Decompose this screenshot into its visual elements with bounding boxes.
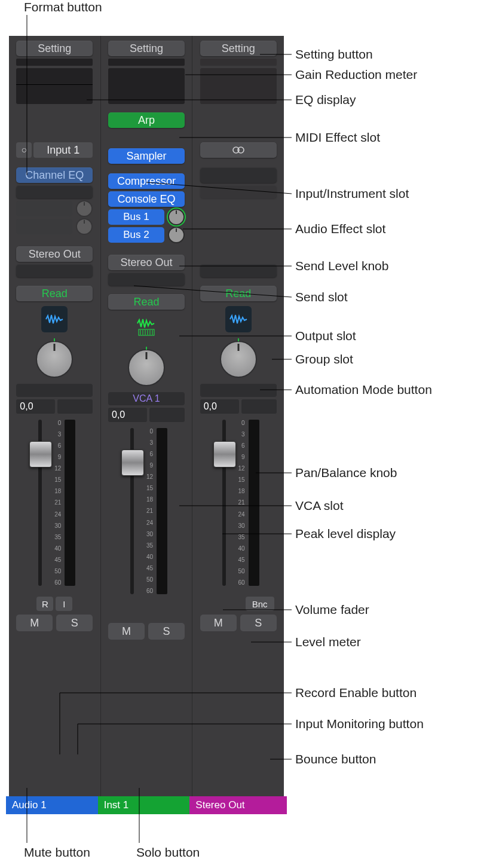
send-level-knob[interactable] (76, 200, 93, 217)
track-type-icon (133, 314, 160, 341)
callout-setting: Setting button (295, 47, 373, 62)
audio-effect-slot[interactable]: Console EQ (108, 191, 185, 207)
volume-fader[interactable] (38, 420, 42, 586)
pan-knob[interactable] (220, 341, 257, 378)
callout-afx: Audio Effect slot (295, 222, 385, 236)
send-level-knob[interactable] (168, 227, 185, 243)
volume-fader[interactable] (130, 428, 134, 594)
vca-slot[interactable] (16, 384, 93, 397)
callout-sendslot: Send slot (295, 290, 348, 304)
automation-mode-button[interactable]: Read (200, 286, 277, 301)
track-type-icon (41, 306, 68, 332)
eq-display[interactable] (16, 68, 93, 104)
input-slot[interactable] (200, 142, 277, 158)
channel-name[interactable]: Inst 1 (98, 796, 195, 814)
pan-knob[interactable] (128, 349, 165, 386)
mute-solo-row: M S (200, 615, 277, 631)
channel-strip-stereoout: Setting Read 0,0 (192, 36, 284, 814)
peak-level-display: 0,0 (108, 408, 147, 422)
record-enable-button[interactable]: R (36, 597, 53, 611)
setting-button[interactable]: Setting (16, 41, 93, 56)
mute-solo-row: M S (16, 615, 93, 631)
group-slot[interactable] (16, 264, 93, 277)
automation-mode-button[interactable]: Read (16, 286, 93, 301)
callout-gain: Gain Reduction meter (295, 68, 417, 82)
stereo-icon (232, 146, 245, 154)
callout-solo: Solo button (136, 845, 200, 860)
callout-bnc: Bounce button (295, 752, 376, 766)
output-slot[interactable]: Stereo Out (108, 255, 185, 270)
mute-button[interactable]: M (200, 615, 237, 631)
peak-row: 0,0 (16, 399, 93, 414)
mute-button[interactable]: M (108, 623, 145, 640)
send-row-empty (16, 201, 93, 216)
input-row: ○ Input 1 (16, 142, 93, 158)
callout-fader: Volume fader (295, 603, 369, 617)
callout-input: Input/Instrument slot (295, 187, 409, 201)
callout-eq: EQ display (295, 93, 356, 107)
callout-vca: VCA slot (295, 499, 344, 513)
bounce-button[interactable]: Bnc (246, 597, 274, 611)
callout-format: Format button (24, 0, 102, 14)
peak-row: 0,0 (108, 408, 185, 422)
eq-display[interactable] (108, 68, 185, 104)
level-meter (157, 428, 167, 594)
callout-mute: Mute button (24, 845, 90, 860)
group-slot[interactable] (108, 273, 185, 286)
input-slot[interactable]: Input 1 (33, 142, 93, 158)
input-monitoring-button[interactable]: I (56, 597, 72, 611)
gain-reduction-meter (200, 59, 277, 66)
midi-effect-slot[interactable]: Arp (108, 112, 185, 128)
channel-strip-inst1: Setting Arp Sampler Compressor Console E… (100, 36, 192, 814)
callout-midi: MIDI Effect slot (295, 130, 380, 145)
vca-slot[interactable]: VCA 1 (108, 392, 185, 405)
audio-effect-slot[interactable]: Compressor (108, 173, 185, 189)
peak-level-display-r (241, 399, 277, 414)
audio-effect-slot-empty[interactable] (200, 167, 277, 183)
send-slot[interactable]: Bus 1 (108, 209, 164, 225)
solo-button[interactable]: S (240, 615, 277, 631)
channel-name[interactable]: Audio 1 (6, 796, 103, 814)
send-row: Bus 1 (108, 209, 185, 225)
level-meter (249, 420, 259, 586)
eq-display[interactable] (200, 68, 277, 104)
volume-fader[interactable] (222, 420, 226, 586)
audio-effect-slot-empty[interactable] (200, 185, 277, 198)
solo-button[interactable]: S (148, 623, 185, 640)
instrument-slot[interactable]: Sampler (108, 148, 185, 164)
mute-button[interactable]: M (16, 615, 53, 631)
callout-meter: Level meter (295, 635, 361, 649)
record-monitor-row (108, 605, 185, 621)
setting-button[interactable]: Setting (200, 41, 277, 56)
mixer-panel: Setting ○ Input 1 Channel EQ Stereo Out (9, 36, 284, 814)
send-row: Bus 2 (108, 227, 185, 243)
channel-name[interactable]: Stereo Out (189, 796, 287, 814)
fader-area: 03691215182124303540455060 (200, 416, 277, 594)
peak-level-display: 0,0 (16, 399, 55, 414)
callout-pan: Pan/Balance knob (295, 466, 397, 480)
setting-button[interactable]: Setting (108, 41, 185, 56)
automation-mode-button[interactable]: Read (108, 294, 185, 310)
send-slot-empty[interactable] (16, 219, 72, 234)
fader-area: 03691215182124303540455060 (108, 424, 185, 603)
diagram-stage: Format button Setting button Gain Reduct… (0, 0, 499, 868)
peak-level-display-r (149, 408, 185, 422)
peak-level-display-r (57, 399, 93, 414)
peak-row: 0,0 (200, 399, 277, 414)
send-slot[interactable]: Bus 2 (108, 227, 164, 243)
send-level-knob[interactable] (76, 218, 93, 235)
audio-effect-slot-empty[interactable] (16, 185, 93, 198)
mute-solo-row: M S (108, 623, 185, 640)
pan-knob[interactable] (36, 341, 73, 378)
callout-group: Group slot (295, 352, 353, 366)
format-button[interactable]: ○ (16, 142, 32, 158)
send-row-empty-2 (16, 219, 93, 234)
audio-effect-slot[interactable]: Channel EQ (16, 167, 93, 183)
output-slot[interactable]: Stereo Out (16, 246, 93, 262)
send-level-knob[interactable] (168, 209, 185, 225)
group-slot[interactable] (200, 264, 277, 277)
vca-slot[interactable] (200, 384, 277, 397)
solo-button[interactable]: S (56, 615, 93, 631)
send-slot-empty[interactable] (16, 201, 72, 216)
callout-mon: Input Monitoring button (295, 717, 424, 731)
